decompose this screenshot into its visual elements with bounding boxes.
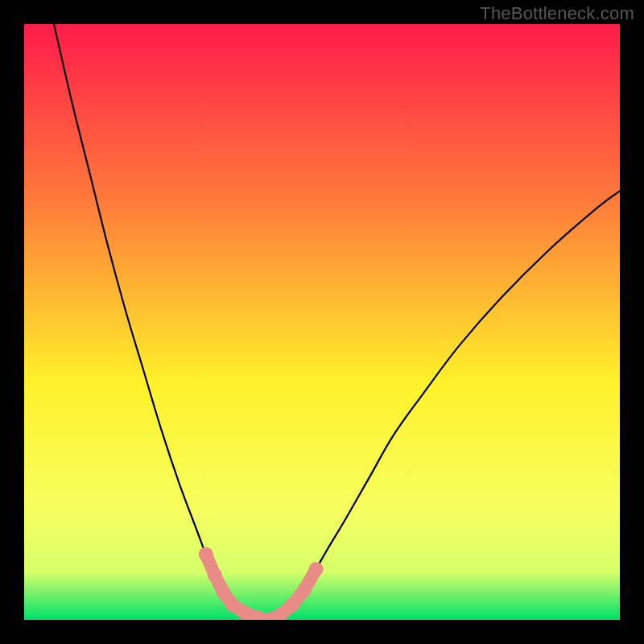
bottleneck-chart xyxy=(24,24,620,620)
marker-dot xyxy=(225,598,240,613)
marker-dot xyxy=(217,586,231,601)
marker-dot xyxy=(199,547,213,562)
watermark-text: TheBottleneck.com xyxy=(480,3,634,24)
gradient-background xyxy=(24,24,620,620)
chart-frame: TheBottleneck.com xyxy=(0,0,644,644)
marker-dot xyxy=(208,568,222,583)
marker-dot xyxy=(309,562,324,576)
plot-area xyxy=(24,24,620,620)
marker-dot xyxy=(285,598,299,613)
marker-dot xyxy=(297,583,312,597)
